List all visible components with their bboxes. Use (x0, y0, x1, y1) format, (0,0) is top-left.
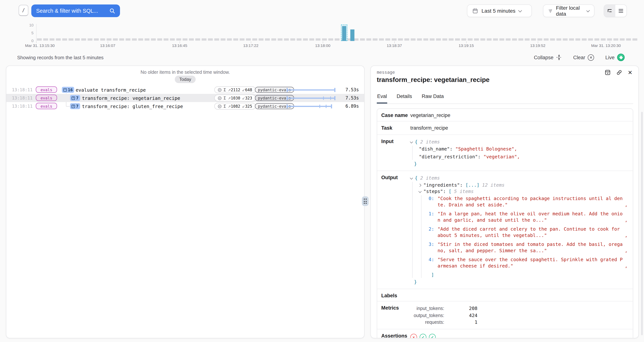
input-row: Input {2 items "dish_name": "Spaghetti B… (377, 135, 633, 171)
histogram-bar[interactable] (350, 30, 354, 41)
table-row[interactable]: 13:18:11 evals − 16 evaluate transform_r… (6, 86, 364, 94)
open-brace: { (415, 175, 418, 181)
span-name: transform_recipe: gluten_free_recipe (82, 104, 183, 109)
output-row: Output {2 items "ingredients": [...]12 i… (377, 171, 633, 289)
x-axis-tick-mark (108, 41, 108, 43)
json-key: "dish_name" (419, 146, 450, 152)
list-view-button[interactable] (615, 5, 626, 17)
search-icon (109, 8, 115, 14)
json-value: "Add the diced carrot and celery to the … (438, 226, 624, 238)
steps-item: 3: "Stir in the diced tomatoes and tomat… (426, 241, 628, 254)
clear-label: Clear (573, 54, 585, 60)
table-row[interactable]: 13:18:11 evals + 7 transform_recipe: glu… (6, 102, 364, 110)
x-axis-label: Mar 31. 13:15:30 (18, 43, 62, 48)
input-tokens-arrow-icon: ↗ (228, 104, 231, 108)
duration-text: 7.53s (346, 95, 359, 100)
collapse-node-icon[interactable] (410, 140, 413, 144)
task-row: Task transform_recipe (377, 122, 633, 135)
child-count: 7 (76, 104, 78, 108)
input-json-viewer: {2 items "dish_name": "Spaghetti Bologne… (410, 135, 633, 171)
token-coin-icon (218, 88, 222, 92)
time-range-dropdown[interactable]: Last 5 minutes (467, 4, 532, 17)
search-label: Search & filter with SQL... (36, 8, 98, 14)
json-key: "dietary_restriction" (419, 154, 478, 160)
detail-panel-scrollbar[interactable] (641, 112, 643, 335)
collapse-node-icon[interactable] (418, 190, 422, 193)
close-brace: } (414, 279, 417, 285)
metric-value: 1 (444, 319, 478, 326)
row-timestamp: 13:18:11 (12, 104, 32, 109)
json-value: "Stir in the diced tomatoes and tomato p… (438, 241, 624, 254)
collapse-button[interactable]: Collapse (534, 54, 562, 60)
task-value: transform_recipe (410, 122, 633, 134)
clear-button[interactable]: Clear ✕ (573, 54, 594, 60)
metric-name: input_tokens: (410, 305, 444, 312)
x-axis-tick-mark (538, 41, 538, 43)
x-axis-label: 13:18:37 (372, 43, 417, 48)
metric-name: output_tokens: (410, 312, 444, 319)
input-label: Input (377, 135, 410, 171)
json-value: "In a large pan, heat the olive oil over… (438, 210, 624, 223)
task-label: Task (377, 122, 410, 134)
panel-resize-handle[interactable] (362, 196, 368, 206)
copy-link-icon[interactable] (616, 69, 622, 76)
metric-value: 208 (444, 305, 478, 312)
input-tokens: 2112 (231, 88, 240, 92)
expand-children-badge[interactable]: + 7 (70, 95, 80, 101)
filter-icon (548, 8, 553, 14)
output-tokens: 648 (245, 88, 252, 92)
json-value: "vegetarian" (483, 154, 517, 160)
empty-window-notice: No older items in the selected time wind… (6, 70, 364, 75)
sigma-icon: Σ (224, 88, 226, 92)
chevron-down-icon (586, 8, 590, 12)
token-coin-icon (218, 104, 222, 108)
x-axis-label: 13:19:52 (516, 43, 560, 48)
tab-details[interactable]: Details (396, 94, 412, 104)
search-button[interactable]: Search & filter with SQL... (31, 4, 120, 17)
tree-view-button[interactable] (604, 5, 615, 17)
close-icon[interactable]: ✕ (628, 70, 632, 75)
steps-item: 2: "Add the diced carrot and celery to t… (426, 226, 628, 238)
tab-eval[interactable]: Eval (377, 94, 388, 104)
tab-raw-data[interactable]: Raw Data (421, 94, 444, 104)
clear-icon: ✕ (588, 54, 594, 60)
input-tokens: 1030 (231, 96, 240, 100)
input-tokens-arrow-icon: ↗ (228, 96, 231, 100)
case-name-label: Case name (377, 109, 410, 121)
json-value: "Spaghetti Bolognese" (456, 146, 514, 152)
span-name: transform_recipe: vegetarian_recipe (82, 95, 180, 101)
day-separator-badge: Today (175, 76, 196, 83)
output-tokens-arrow-icon: ↙ (242, 104, 245, 108)
duration-bar (286, 106, 332, 107)
x-axis-tick-mark (610, 41, 610, 43)
output-tokens: 323 (245, 96, 252, 100)
expand-node-icon[interactable] (418, 184, 421, 187)
expand-children-badge[interactable]: + 7 (70, 103, 80, 109)
metric-item: output_tokens: 424 (410, 312, 628, 319)
filter-local-data-dropdown[interactable]: Filter local data (543, 4, 594, 17)
chevron-down-icon (518, 8, 522, 12)
output-tokens-arrow-icon: ↙ (242, 96, 245, 100)
collapse-children-badge[interactable]: − 16 (62, 87, 74, 93)
assertion-fail-icon[interactable]: × (410, 334, 417, 338)
collapse-node-icon[interactable] (410, 176, 413, 180)
collapse-label: Collapse (534, 54, 554, 60)
live-toggle[interactable]: Live (605, 54, 624, 61)
assertion-pass-icon[interactable]: ✓ (429, 334, 436, 338)
child-count: 16 (68, 87, 73, 92)
metric-value: 424 (444, 312, 478, 319)
eval-sections-table: Case name vegetarian_recipe Task transfo… (377, 108, 633, 338)
assertion-pass-icon[interactable]: ✓ (420, 334, 426, 338)
assertions-label: Assertions (377, 329, 410, 338)
table-row[interactable]: 13:18:11 evals + 7 transform_recipe: veg… (6, 94, 364, 102)
trace-list-panel: No older items in the selected time wind… (6, 66, 364, 338)
x-axis-label: 13:16:45 (157, 43, 202, 48)
output-tokens: 325 (245, 104, 252, 108)
collapsed-array[interactable]: [...] (466, 182, 480, 188)
sigma-icon: Σ (224, 96, 226, 100)
row-timestamp: 13:18:11 (12, 95, 32, 100)
close-bracket: ] (431, 272, 434, 278)
evals-tag: evals (36, 103, 57, 109)
histogram-bar[interactable] (342, 26, 346, 41)
dock-panel-icon[interactable] (605, 69, 611, 76)
